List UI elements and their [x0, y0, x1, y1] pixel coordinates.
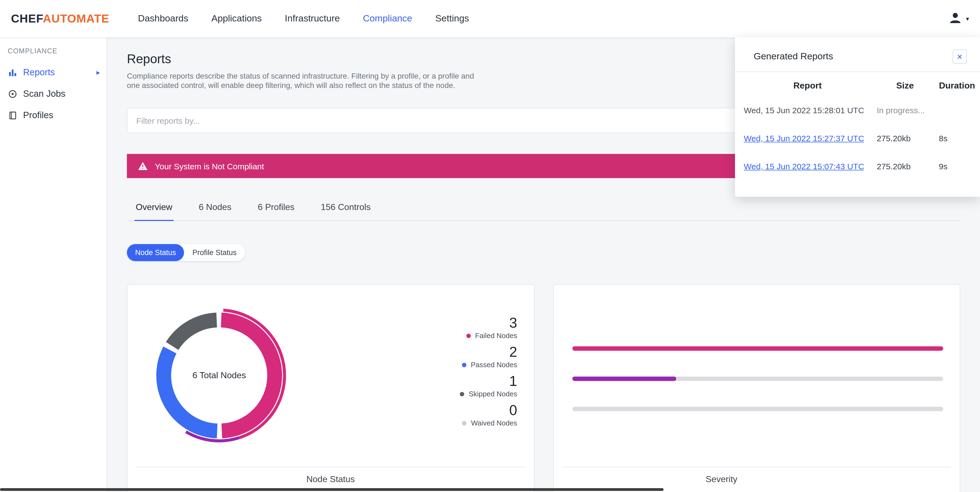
reports-table-header: Report Size Duration — [735, 72, 980, 96]
report-duration: 8s — [937, 134, 976, 143]
report-duration: 9s — [937, 161, 976, 171]
profile-status-toggle[interactable]: Profile Status — [184, 244, 245, 261]
scan-target-icon — [8, 89, 18, 99]
nav-item-settings[interactable]: Settings — [435, 13, 469, 24]
failed-dot-icon — [466, 334, 471, 338]
table-row: Wed, 15 Jun 2022 15:28:01 UTC In progres… — [735, 96, 980, 124]
severity-bar — [572, 377, 943, 381]
legend-item-failed: 3 Failed Nodes — [466, 316, 517, 340]
generated-reports-panel: Generated Reports ✕ Report Size Duration… — [735, 37, 980, 197]
severity-card: Severity — [553, 284, 960, 492]
card-divider — [136, 467, 525, 467]
close-icon[interactable]: ✕ — [953, 50, 967, 64]
legend-item-passed: 2 Passed Nodes — [462, 345, 517, 369]
report-timestamp: Wed, 15 Jun 2022 15:28:01 UTC — [741, 105, 873, 115]
panel-title: Generated Reports — [754, 51, 833, 62]
warning-icon — [138, 161, 148, 171]
severity-caption: Severity — [706, 474, 737, 484]
book-icon — [8, 110, 18, 120]
report-tabs: Overview 6 Nodes 6 Profiles 156 Controls — [127, 197, 960, 221]
tab-profiles[interactable]: 6 Profiles — [257, 197, 296, 220]
logo-chef-text: CHEF — [11, 12, 43, 25]
waived-count: 0 — [509, 403, 517, 418]
legend-item-waived: 0 Waived Nodes — [462, 403, 517, 427]
sidebar-item-label: Reports — [23, 67, 55, 78]
table-row: Wed, 15 Jun 2022 15:27:37 UTC 275.20kb 8… — [735, 124, 980, 152]
node-status-toggle[interactable]: Node Status — [127, 244, 184, 261]
report-size: 275.20kb — [873, 134, 937, 143]
passed-count: 2 — [509, 345, 517, 359]
sidebar-item-profiles[interactable]: Profiles — [0, 104, 107, 126]
column-header-report: Report — [741, 81, 873, 91]
alert-text: Your System is Not Compliant — [155, 161, 264, 171]
horizontal-scrollbar-thumb[interactable] — [0, 488, 663, 491]
sidebar-item-label: Scan Jobs — [23, 88, 65, 99]
failed-count: 3 — [509, 316, 517, 331]
node-status-card: 6 Total Nodes 3 Failed Nodes 2 Passed No… — [127, 284, 534, 492]
chef-automate-logo[interactable]: CHEFAUTOMATE — [11, 12, 109, 25]
card-divider — [562, 467, 951, 467]
tab-nodes[interactable]: 6 Nodes — [197, 197, 232, 220]
nav-item-dashboards[interactable]: Dashboards — [138, 13, 188, 24]
report-download-link[interactable]: Wed, 15 Jun 2022 15:07:43 UTC — [744, 161, 864, 171]
skipped-dot-icon — [460, 392, 465, 396]
skipped-count: 1 — [509, 374, 517, 389]
primary-nav: Dashboards Applications Infrastructure C… — [138, 13, 469, 24]
overview-cards: 6 Total Nodes 3 Failed Nodes 2 Passed No… — [127, 284, 960, 492]
top-nav: CHEFAUTOMATE Dashboards Applications Inf… — [0, 0, 980, 37]
severity-bar — [572, 346, 943, 351]
sidebar-item-label: Profiles — [23, 110, 53, 120]
sidebar-item-reports[interactable]: Reports ▸ — [0, 62, 107, 83]
legend-label: Waived Nodes — [471, 419, 517, 427]
nav-item-infrastructure[interactable]: Infrastructure — [285, 13, 340, 24]
column-header-size: Size — [873, 81, 937, 91]
sidebar-section-label: COMPLIANCE — [0, 47, 107, 55]
passed-dot-icon — [462, 363, 466, 367]
donut-center-label: 6 Total Nodes — [141, 297, 298, 454]
report-download-link[interactable]: Wed, 15 Jun 2022 15:27:37 UTC — [744, 134, 864, 143]
column-header-duration: Duration — [937, 81, 976, 91]
node-status-caption: Node Status — [127, 474, 534, 484]
nav-item-applications[interactable]: Applications — [212, 13, 262, 24]
node-status-donut-chart: 6 Total Nodes — [141, 297, 298, 454]
nav-item-compliance[interactable]: Compliance — [363, 13, 412, 24]
user-avatar-icon — [948, 10, 963, 27]
legend-item-skipped: 1 Skipped Nodes — [460, 374, 517, 398]
severity-bar — [572, 407, 943, 411]
table-row: Wed, 15 Jun 2022 15:07:43 UTC 275.20kb 9… — [735, 152, 980, 180]
bar-chart-icon — [8, 67, 18, 77]
user-menu[interactable]: ▾ — [948, 10, 969, 27]
report-size: In progress... — [873, 105, 937, 115]
panel-header: Generated Reports ✕ — [735, 37, 980, 64]
legend-label: Skipped Nodes — [469, 390, 517, 398]
severity-bar-chart — [572, 346, 943, 437]
report-size: 275.20kb — [873, 161, 937, 171]
node-status-legend: 3 Failed Nodes 2 Passed Nodes 1 — [460, 316, 517, 427]
caret-right-icon: ▸ — [96, 68, 100, 77]
compliance-sidebar: COMPLIANCE Reports ▸ Scan Jobs Profiles — [0, 37, 107, 492]
legend-label: Passed Nodes — [471, 361, 517, 369]
waived-dot-icon — [462, 421, 467, 425]
sidebar-item-scan-jobs[interactable]: Scan Jobs — [0, 83, 107, 104]
tab-controls[interactable]: 156 Controls — [320, 197, 372, 220]
legend-label: Failed Nodes — [475, 331, 517, 340]
chevron-down-icon: ▾ — [966, 15, 969, 22]
tab-overview[interactable]: Overview — [135, 197, 173, 221]
status-toggle-group: Node Status Profile Status — [127, 244, 245, 261]
logo-automate-text: AUTOMATE — [43, 12, 109, 25]
